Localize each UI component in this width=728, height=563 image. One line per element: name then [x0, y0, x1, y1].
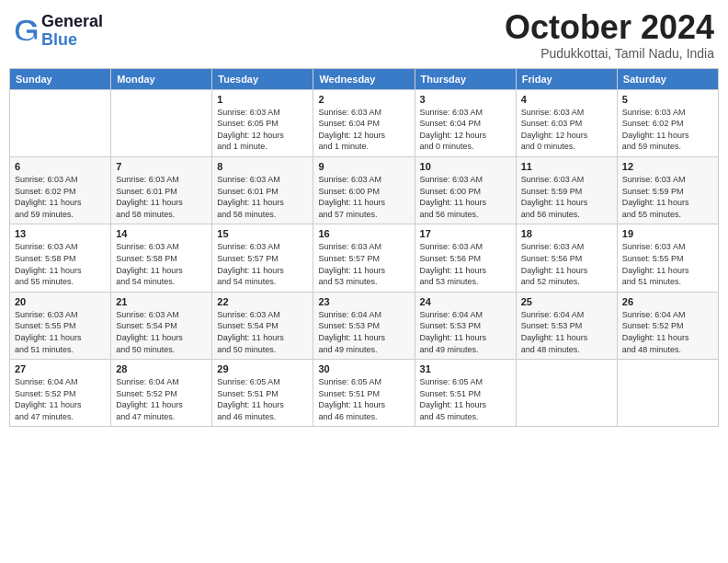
- calendar-cell: 16Sunrise: 6:03 AM Sunset: 5:57 PM Dayli…: [313, 224, 415, 292]
- day-number: 25: [521, 296, 612, 307]
- day-number: 23: [318, 296, 409, 307]
- calendar-cell: 19Sunrise: 6:03 AM Sunset: 5:55 PM Dayli…: [617, 224, 718, 292]
- calendar-cell: 9Sunrise: 6:03 AM Sunset: 6:00 PM Daylig…: [313, 156, 415, 224]
- calendar-cell: 2Sunrise: 6:03 AM Sunset: 6:04 PM Daylig…: [313, 89, 415, 156]
- calendar-day-header: Saturday: [617, 68, 718, 89]
- day-number: 20: [15, 296, 106, 307]
- calendar-cell: 28Sunrise: 6:04 AM Sunset: 5:52 PM Dayli…: [111, 360, 212, 427]
- page-header: General Blue October 2024 Pudukkottai, T…: [9, 9, 719, 61]
- day-info: Sunrise: 6:03 AM Sunset: 6:01 PM Dayligh…: [217, 174, 308, 220]
- day-number: 18: [521, 228, 612, 239]
- day-number: 15: [217, 228, 308, 239]
- calendar-cell: 10Sunrise: 6:03 AM Sunset: 6:00 PM Dayli…: [415, 156, 516, 224]
- calendar-cell: 18Sunrise: 6:03 AM Sunset: 5:56 PM Dayli…: [516, 224, 617, 292]
- calendar-cell: 7Sunrise: 6:03 AM Sunset: 6:01 PM Daylig…: [111, 156, 212, 224]
- calendar-cell: 3Sunrise: 6:03 AM Sunset: 6:04 PM Daylig…: [415, 89, 516, 156]
- calendar-cell: 12Sunrise: 6:03 AM Sunset: 5:59 PM Dayli…: [617, 156, 718, 224]
- day-number: 21: [116, 296, 207, 307]
- calendar-cell: 6Sunrise: 6:03 AM Sunset: 6:02 PM Daylig…: [10, 156, 111, 224]
- day-number: 8: [217, 161, 308, 172]
- day-info: Sunrise: 6:04 AM Sunset: 5:52 PM Dayligh…: [116, 376, 207, 422]
- day-number: 24: [420, 296, 511, 307]
- calendar-cell: 17Sunrise: 6:03 AM Sunset: 5:56 PM Dayli…: [415, 224, 516, 292]
- calendar-week-row: 13Sunrise: 6:03 AM Sunset: 5:58 PM Dayli…: [10, 224, 719, 292]
- logo-line2: Blue: [41, 31, 103, 50]
- calendar-cell: 13Sunrise: 6:03 AM Sunset: 5:58 PM Dayli…: [10, 224, 111, 292]
- logo-icon: [14, 18, 40, 44]
- day-info: Sunrise: 6:03 AM Sunset: 6:01 PM Dayligh…: [116, 174, 207, 220]
- calendar-cell: 14Sunrise: 6:03 AM Sunset: 5:58 PM Dayli…: [111, 224, 212, 292]
- day-info: Sunrise: 6:03 AM Sunset: 6:00 PM Dayligh…: [420, 174, 511, 220]
- day-number: 3: [420, 94, 511, 105]
- calendar-cell: 25Sunrise: 6:04 AM Sunset: 5:53 PM Dayli…: [516, 292, 617, 359]
- calendar-cell: 11Sunrise: 6:03 AM Sunset: 5:59 PM Dayli…: [516, 156, 617, 224]
- day-info: Sunrise: 6:05 AM Sunset: 5:51 PM Dayligh…: [420, 376, 511, 422]
- day-info: Sunrise: 6:03 AM Sunset: 5:56 PM Dayligh…: [420, 241, 511, 287]
- calendar-cell: [111, 89, 212, 156]
- logo-line1: General: [41, 13, 103, 31]
- day-info: Sunrise: 6:03 AM Sunset: 6:05 PM Dayligh…: [217, 107, 308, 153]
- day-info: Sunrise: 6:03 AM Sunset: 6:02 PM Dayligh…: [15, 174, 106, 220]
- calendar-cell: 26Sunrise: 6:04 AM Sunset: 5:52 PM Dayli…: [617, 292, 718, 359]
- calendar-cell: [617, 360, 718, 427]
- day-number: 19: [622, 228, 713, 239]
- day-number: 9: [318, 161, 409, 172]
- day-number: 31: [420, 363, 511, 374]
- day-info: Sunrise: 6:03 AM Sunset: 5:58 PM Dayligh…: [15, 241, 106, 287]
- day-number: 30: [318, 363, 409, 374]
- day-info: Sunrise: 6:04 AM Sunset: 5:53 PM Dayligh…: [318, 309, 409, 355]
- calendar-cell: 29Sunrise: 6:05 AM Sunset: 5:51 PM Dayli…: [212, 360, 313, 427]
- day-info: Sunrise: 6:03 AM Sunset: 5:59 PM Dayligh…: [622, 174, 713, 220]
- calendar-cell: 30Sunrise: 6:05 AM Sunset: 5:51 PM Dayli…: [313, 360, 415, 427]
- day-number: 10: [420, 161, 511, 172]
- calendar-cell: 5Sunrise: 6:03 AM Sunset: 6:02 PM Daylig…: [617, 89, 718, 156]
- day-number: 16: [318, 228, 409, 239]
- calendar-cell: 22Sunrise: 6:03 AM Sunset: 5:54 PM Dayli…: [212, 292, 313, 359]
- location: Pudukkottai, Tamil Nadu, India: [505, 46, 714, 61]
- calendar-cell: 15Sunrise: 6:03 AM Sunset: 5:57 PM Dayli…: [212, 224, 313, 292]
- day-number: 1: [217, 94, 308, 105]
- calendar-day-header: Sunday: [10, 68, 111, 89]
- day-info: Sunrise: 6:03 AM Sunset: 5:54 PM Dayligh…: [217, 309, 308, 355]
- day-info: Sunrise: 6:05 AM Sunset: 5:51 PM Dayligh…: [217, 376, 308, 422]
- day-info: Sunrise: 6:04 AM Sunset: 5:52 PM Dayligh…: [15, 376, 106, 422]
- calendar-week-row: 1Sunrise: 6:03 AM Sunset: 6:05 PM Daylig…: [10, 89, 719, 156]
- day-info: Sunrise: 6:03 AM Sunset: 5:57 PM Dayligh…: [217, 241, 308, 287]
- day-number: 7: [116, 161, 207, 172]
- calendar-table: SundayMondayTuesdayWednesdayThursdayFrid…: [9, 68, 719, 428]
- calendar-day-header: Thursday: [415, 68, 516, 89]
- calendar-day-header: Monday: [111, 68, 212, 89]
- day-number: 2: [318, 94, 409, 105]
- calendar-cell: 23Sunrise: 6:04 AM Sunset: 5:53 PM Dayli…: [313, 292, 415, 359]
- day-number: 6: [15, 161, 106, 172]
- day-info: Sunrise: 6:03 AM Sunset: 5:55 PM Dayligh…: [15, 309, 106, 355]
- day-info: Sunrise: 6:03 AM Sunset: 5:57 PM Dayligh…: [318, 241, 409, 287]
- day-info: Sunrise: 6:03 AM Sunset: 5:55 PM Dayligh…: [622, 241, 713, 287]
- day-number: 22: [217, 296, 308, 307]
- day-number: 12: [622, 161, 713, 172]
- calendar-day-header: Friday: [516, 68, 617, 89]
- day-info: Sunrise: 6:03 AM Sunset: 6:02 PM Dayligh…: [622, 107, 713, 153]
- calendar-day-header: Wednesday: [313, 68, 415, 89]
- calendar-cell: [10, 89, 111, 156]
- day-info: Sunrise: 6:03 AM Sunset: 6:03 PM Dayligh…: [521, 107, 612, 153]
- calendar-cell: 27Sunrise: 6:04 AM Sunset: 5:52 PM Dayli…: [10, 360, 111, 427]
- day-info: Sunrise: 6:03 AM Sunset: 5:58 PM Dayligh…: [116, 241, 207, 287]
- day-info: Sunrise: 6:04 AM Sunset: 5:53 PM Dayligh…: [420, 309, 511, 355]
- month-title: October 2024: [505, 9, 714, 46]
- logo: General Blue: [14, 13, 103, 50]
- day-number: 26: [622, 296, 713, 307]
- calendar-cell: 21Sunrise: 6:03 AM Sunset: 5:54 PM Dayli…: [111, 292, 212, 359]
- calendar-cell: 20Sunrise: 6:03 AM Sunset: 5:55 PM Dayli…: [10, 292, 111, 359]
- day-number: 5: [622, 94, 713, 105]
- calendar-cell: 1Sunrise: 6:03 AM Sunset: 6:05 PM Daylig…: [212, 89, 313, 156]
- title-block: October 2024 Pudukkottai, Tamil Nadu, In…: [505, 9, 714, 61]
- calendar-week-row: 27Sunrise: 6:04 AM Sunset: 5:52 PM Dayli…: [10, 360, 719, 427]
- day-info: Sunrise: 6:03 AM Sunset: 6:00 PM Dayligh…: [318, 174, 409, 220]
- calendar-week-row: 20Sunrise: 6:03 AM Sunset: 5:55 PM Dayli…: [10, 292, 719, 359]
- day-info: Sunrise: 6:03 AM Sunset: 5:59 PM Dayligh…: [521, 174, 612, 220]
- day-info: Sunrise: 6:05 AM Sunset: 5:51 PM Dayligh…: [318, 376, 409, 422]
- day-info: Sunrise: 6:03 AM Sunset: 5:56 PM Dayligh…: [521, 241, 612, 287]
- calendar-cell: [516, 360, 617, 427]
- day-number: 14: [116, 228, 207, 239]
